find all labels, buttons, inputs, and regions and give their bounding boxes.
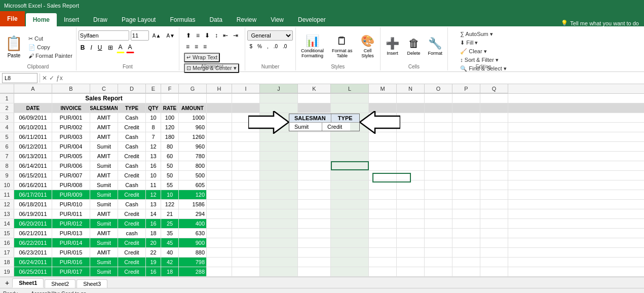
cell-b10[interactable]: PUR/008	[52, 180, 90, 190]
cell-l4[interactable]	[331, 123, 369, 132]
cell-d13[interactable]: Credit	[118, 209, 146, 218]
cell-c11[interactable]: Sumit	[90, 190, 118, 199]
cell-d7[interactable]: Credit	[118, 152, 146, 161]
cell-c2[interactable]: SALESMAN	[90, 103, 118, 113]
cell-f1[interactable]	[161, 94, 179, 103]
cell-q3[interactable]	[480, 113, 508, 122]
cell-a4[interactable]: 06/10/2011	[14, 123, 52, 132]
cell-b14[interactable]: PUR/012	[52, 219, 90, 228]
cell-g7[interactable]: 780	[179, 152, 207, 161]
cell-n6[interactable]	[397, 142, 425, 151]
cell-h17[interactable]	[207, 248, 232, 257]
cell-i9[interactable]	[232, 171, 260, 180]
cell-m2[interactable]	[369, 103, 397, 113]
comma-button[interactable]: ,	[265, 42, 271, 51]
cell-f14[interactable]: 25	[161, 219, 179, 228]
cell-l15[interactable]	[331, 229, 369, 238]
cell-a7[interactable]: 06/13/2011	[14, 152, 52, 161]
cell-f15[interactable]: 35	[161, 229, 179, 238]
cell-h19[interactable]	[207, 267, 232, 276]
decimal-decrease[interactable]: .0	[281, 42, 289, 51]
cell-l1[interactable]	[331, 94, 369, 103]
cell-f12[interactable]: 122	[161, 200, 179, 209]
cell-l17[interactable]	[331, 248, 369, 257]
align-bottom-button[interactable]: ⬇	[203, 30, 212, 41]
cell-g3[interactable]: 1000	[179, 113, 207, 122]
cell-k8[interactable]	[298, 161, 331, 170]
cell-j12[interactable]	[260, 200, 298, 209]
cell-c3[interactable]: AMIT	[90, 113, 118, 122]
cell-n7[interactable]	[397, 152, 425, 161]
cell-g14[interactable]: 400	[179, 219, 207, 228]
cell-q12[interactable]	[480, 200, 508, 209]
cell-e17[interactable]: 22	[146, 248, 161, 257]
cell-p1[interactable]	[452, 94, 480, 103]
cell-a9[interactable]: 06/15/2011	[14, 171, 52, 180]
cell-b7[interactable]: PUR/005	[52, 152, 90, 161]
cell-q18[interactable]	[480, 258, 508, 267]
cell-n1[interactable]	[397, 94, 425, 103]
cell-f11[interactable]: 10	[161, 190, 179, 199]
font-size-decrease[interactable]: A▼	[164, 31, 177, 40]
cell-p5[interactable]	[452, 132, 480, 141]
cell-m8[interactable]	[369, 161, 397, 170]
cell-m3[interactable]	[369, 113, 397, 122]
cell-l14[interactable]	[331, 219, 369, 228]
cell-q5[interactable]	[480, 132, 508, 141]
cell-d4[interactable]: Credit	[118, 123, 146, 132]
cell-d11[interactable]: Credit	[118, 190, 146, 199]
tell-me-box[interactable]: 💡 Tell me what you want to do	[561, 20, 644, 26]
tab-developer[interactable]: Developer	[291, 13, 333, 26]
row-num-10[interactable]: 10	[0, 180, 14, 190]
cell-l8[interactable]	[331, 161, 369, 170]
cell-h15[interactable]	[207, 229, 232, 238]
cell-e13[interactable]: 14	[146, 209, 161, 218]
cell-e16[interactable]: 20	[146, 238, 161, 247]
cell-g6[interactable]: 960	[179, 142, 207, 151]
tab-home[interactable]: Home	[26, 13, 57, 26]
tab-draw[interactable]: Draw	[86, 13, 115, 26]
cell-q4[interactable]	[480, 123, 508, 132]
cell-a1[interactable]	[14, 94, 52, 103]
col-header-e[interactable]: E	[146, 84, 161, 93]
col-header-n[interactable]: N	[397, 84, 425, 93]
cell-n18[interactable]	[397, 258, 425, 267]
cell-c16[interactable]: Sumit	[90, 238, 118, 247]
cell-l10[interactable]	[331, 180, 369, 190]
cell-l13[interactable]	[331, 209, 369, 218]
cell-n8[interactable]	[397, 161, 425, 170]
cell-i19[interactable]	[232, 267, 260, 276]
cell-p2[interactable]	[452, 103, 480, 113]
tab-review[interactable]: Review	[230, 13, 263, 26]
cell-m11[interactable]	[369, 190, 397, 199]
cell-b18[interactable]: PUR/016	[52, 258, 90, 267]
cell-m5[interactable]	[369, 132, 397, 141]
col-header-a[interactable]: A	[14, 84, 52, 93]
cell-f17[interactable]: 40	[161, 248, 179, 257]
row-num-11[interactable]: 11	[0, 190, 14, 199]
row-num-6[interactable]: 6	[0, 142, 14, 151]
percent-button[interactable]: %	[255, 42, 264, 51]
format-painter-button[interactable]: 🖌 Format Painter	[27, 52, 74, 59]
cell-p6[interactable]	[452, 142, 480, 151]
cell-q19[interactable]	[480, 267, 508, 276]
formula-input[interactable]	[65, 75, 642, 82]
cell-d10[interactable]: Cash	[118, 180, 146, 190]
col-header-q[interactable]: Q	[480, 84, 508, 93]
col-header-d[interactable]: D	[118, 84, 146, 93]
cell-n17[interactable]	[397, 248, 425, 257]
row-num-4[interactable]: 4	[0, 123, 14, 132]
cell-n9[interactable]	[397, 171, 425, 180]
align-middle-button[interactable]: ≡	[194, 30, 202, 41]
cell-g9[interactable]: 500	[179, 171, 207, 180]
cell-j1[interactable]	[260, 94, 298, 103]
cell-c1[interactable]: Sales Report	[90, 94, 118, 103]
cell-e2[interactable]: QTY	[146, 103, 161, 113]
indent-decrease-button[interactable]: ⇤	[221, 30, 230, 41]
cell-a17[interactable]: 06/23/2011	[14, 248, 52, 257]
font-name-input[interactable]	[79, 30, 129, 41]
cell-e15[interactable]: 18	[146, 229, 161, 238]
cell-o14[interactable]	[425, 219, 452, 228]
cell-q2[interactable]	[480, 103, 508, 113]
cell-l2[interactable]	[331, 103, 369, 113]
